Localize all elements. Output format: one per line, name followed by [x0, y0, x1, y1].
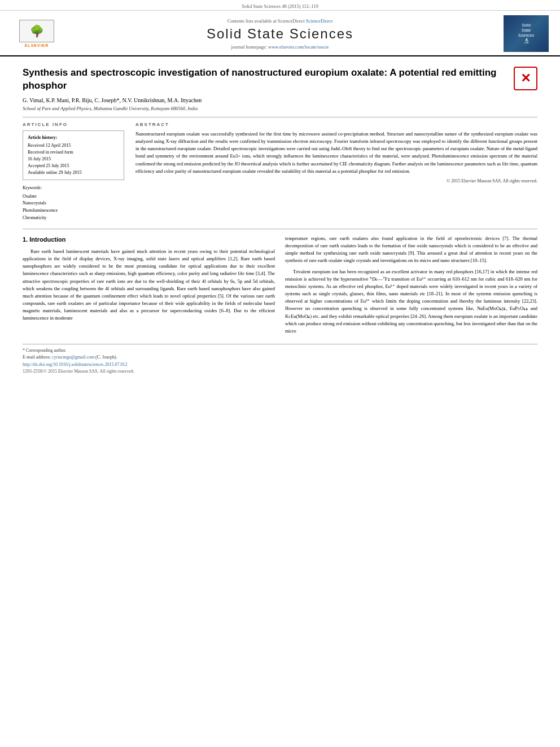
- journal-top-bar: Solid State Sciences 48 (2015) 112–119: [0, 0, 560, 11]
- elsevier-tree-icon: 🌳: [30, 24, 44, 38]
- section-divider: [23, 229, 537, 229]
- available-online: Available online 29 July 2015: [28, 169, 119, 176]
- elsevier-logo: 🌳 ELSEVIER: [11, 18, 62, 49]
- article-history-box: Article history: Received 12 April 2015 …: [23, 130, 124, 180]
- abstract-col: ABSTRACT Nanostructured europium oxalate…: [135, 122, 537, 222]
- journal-title: Solid State Sciences: [62, 26, 498, 42]
- keyword-2: Nanocrystals: [23, 200, 124, 207]
- keyword-4: Chromaticity: [23, 215, 124, 222]
- sciencedirect-link[interactable]: ScienceDirect: [306, 18, 333, 24]
- homepage-line: journal homepage: www.elsevier.com/locat…: [62, 44, 498, 50]
- issn-line: 1293-2558/© 2015 Elsevier Masson SAS. Al…: [23, 369, 537, 374]
- article-title-section: Synthesis and spectroscopic investigatio…: [23, 62, 537, 93]
- received-date: Received 12 April 2015: [28, 142, 119, 149]
- abstract-text: Nanostructured europium oxalate was succ…: [135, 130, 537, 175]
- revised-date: 16 July 2015: [28, 156, 119, 163]
- crossmark-badge[interactable]: ✕: [514, 67, 537, 90]
- article-info-col: ARTICLE INFO Article history: Received 1…: [23, 122, 124, 222]
- right-para-2: Trivalent europium ion has been recogniz…: [285, 268, 537, 335]
- keywords-label: Keywords:: [23, 185, 124, 192]
- affiliation-line: School of Pure and Applied Physics, Maha…: [23, 106, 537, 111]
- journal-header-right: SolidStateSciences 🔬: [498, 15, 549, 52]
- footnote-section: * Corresponding author. E-mail address: …: [23, 344, 537, 374]
- elsevier-name: ELSEVIER: [25, 43, 49, 47]
- page: Solid State Sciences 48 (2015) 112–119 🌳…: [0, 0, 560, 747]
- elsevier-logo-box: 🌳: [19, 20, 54, 42]
- history-title: Article history:: [28, 134, 119, 141]
- body-col-right: temperature regions, rare earth oxalates…: [285, 235, 537, 338]
- journal-logo: SolidStateSciences 🔬: [504, 15, 549, 52]
- doi-link[interactable]: http://dx.doi.org/10.1016/j.solidstatesc…: [23, 362, 127, 367]
- crossmark-icon: ✕: [520, 71, 531, 86]
- journal-header-center: Contents lists available at ScienceDirec…: [62, 18, 498, 50]
- keyword-1: Oxalate: [23, 193, 124, 200]
- article-title: Synthesis and spectroscopic investigatio…: [23, 67, 514, 93]
- two-column-section: ARTICLE INFO Article history: Received 1…: [23, 117, 537, 222]
- accepted-date: Accepted 25 July 2015: [28, 163, 119, 169]
- journal-volume-info: Solid State Sciences 48 (2015) 112–119: [242, 3, 318, 9]
- body-two-col: 1. Introduction Rare earth based lumines…: [23, 235, 537, 338]
- email-address: E-mail address: cyriacmgu@gmail.com (C. …: [23, 355, 537, 360]
- email-name: (C. Joseph).: [95, 355, 117, 360]
- corresponding-author: * Corresponding author.: [23, 348, 537, 353]
- body-text-right: temperature regions, rare earth oxalates…: [285, 235, 537, 335]
- intro-heading: 1. Introduction: [23, 235, 275, 244]
- homepage-link[interactable]: www.elsevier.com/locate/ssscie: [268, 44, 329, 50]
- body-col-left: 1. Introduction Rare earth based lumines…: [23, 235, 275, 338]
- copyright-line: © 2015 Elsevier Masson SAS. All rights r…: [135, 178, 537, 184]
- journal-header: 🌳 ELSEVIER Contents lists available at S…: [0, 11, 560, 56]
- authors-line: G. Vimal, K.P. Mani, P.R. Biju, C. Josep…: [23, 97, 537, 103]
- keyword-3: Photoluminescence: [23, 207, 124, 215]
- email-link[interactable]: cyriacmgu@gmail.com: [52, 355, 94, 360]
- article-info-label: ARTICLE INFO: [23, 122, 124, 127]
- journal-logo-text: SolidStateSciences 🔬: [518, 23, 534, 45]
- abstract-label: ABSTRACT: [135, 122, 537, 127]
- right-para-1: temperature regions, rare earth oxalates…: [285, 235, 537, 265]
- intro-para-1: Rare earth based luminescent materials h…: [23, 248, 275, 322]
- doi-line: http://dx.doi.org/10.1016/j.solidstatesc…: [23, 362, 537, 367]
- received-revised-label: Received in revised form: [28, 149, 119, 156]
- article-content: Synthesis and spectroscopic investigatio…: [0, 56, 560, 381]
- email-label: E-mail address:: [23, 355, 52, 360]
- keywords-box: Keywords: Oxalate Nanocrystals Photolumi…: [23, 185, 124, 222]
- contents-line: Contents lists available at ScienceDirec…: [62, 18, 498, 24]
- body-text-left: 1. Introduction Rare earth based lumines…: [23, 235, 275, 322]
